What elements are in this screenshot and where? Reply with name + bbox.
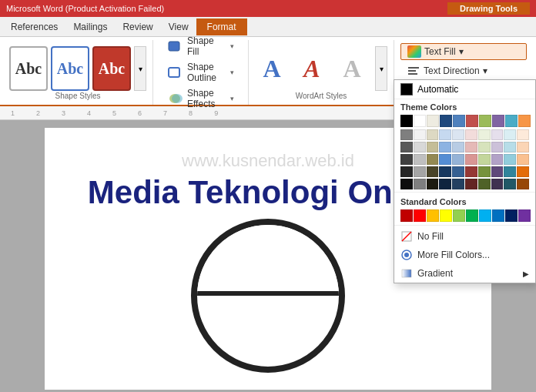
standard-color-cell[interactable] (414, 209, 426, 222)
menu-view[interactable]: View (161, 18, 196, 35)
shape-effects-icon (167, 92, 183, 105)
shade-color-cell[interactable] (478, 129, 491, 140)
shade-color-cell[interactable] (465, 129, 477, 140)
shade-color-cell[interactable] (400, 154, 413, 165)
shade-color-cell[interactable] (504, 142, 516, 152)
more-fill-colors-icon (400, 249, 413, 261)
standard-color-cell[interactable] (479, 209, 491, 222)
standard-color-cell[interactable] (400, 209, 413, 222)
shade-color-cell[interactable] (400, 179, 413, 189)
shade-color-cell[interactable] (414, 154, 426, 165)
shape-outline-btn[interactable]: Shape Outline ▾ (162, 60, 239, 85)
shade-color-cell[interactable] (478, 166, 491, 177)
shade-color-cell[interactable] (427, 166, 439, 177)
standard-color-cell[interactable] (466, 209, 478, 222)
shade-color-cell[interactable] (452, 142, 464, 152)
shade-color-cell[interactable] (478, 154, 491, 165)
shade-color-cell[interactable] (439, 166, 451, 177)
shade-color-cell[interactable] (427, 129, 439, 140)
shade-color-cell[interactable] (465, 154, 477, 165)
shade-color-cell[interactable] (517, 166, 529, 177)
shade-color-cell[interactable] (491, 179, 504, 189)
shape-styles-expand[interactable]: ▾ (134, 46, 146, 91)
shade-color-cell[interactable] (439, 179, 451, 189)
shade-color-cell[interactable] (491, 129, 504, 140)
automatic-color-box (400, 83, 413, 95)
shade-color-cell[interactable] (400, 142, 413, 152)
shade-color-cell[interactable] (491, 166, 504, 177)
shade-color-cell[interactable] (414, 142, 426, 152)
shape-btn-default[interactable]: Abc (9, 46, 48, 91)
shade-color-cell[interactable] (414, 129, 426, 140)
divider-1 (394, 192, 535, 193)
shape-fill-btn[interactable]: Shape Fill ▾ (162, 34, 239, 59)
theme-color-cell[interactable] (492, 115, 504, 127)
shade-color-cell[interactable] (504, 179, 516, 189)
shade-color-cell[interactable] (491, 142, 504, 152)
shade-color-cell[interactable] (465, 179, 477, 189)
menu-references[interactable]: References (3, 18, 65, 35)
shade-color-cell[interactable] (465, 142, 477, 152)
shade-color-cell[interactable] (517, 129, 529, 140)
theme-color-cell[interactable] (479, 115, 491, 127)
no-fill-item[interactable]: No Fill (394, 227, 535, 246)
theme-color-cell[interactable] (440, 115, 452, 127)
menu-bar: References Mailings Review View Format (0, 17, 536, 37)
shade-color-cell[interactable] (452, 166, 464, 177)
gradient-item[interactable]: Gradient ▶ (394, 264, 535, 283)
wordart-a-gray[interactable]: A (335, 55, 369, 83)
standard-color-cell[interactable] (505, 209, 518, 222)
standard-color-cell[interactable] (518, 209, 531, 222)
shade-color-cell[interactable] (452, 179, 464, 189)
shade-color-cell[interactable] (400, 129, 413, 140)
text-direction-btn[interactable]: Text Direction ▾ (400, 63, 527, 79)
shade-color-cell[interactable] (439, 129, 451, 140)
wordart-expand[interactable]: ▾ (375, 46, 387, 91)
wordart-a-blue[interactable]: A (255, 55, 289, 83)
theme-color-cell[interactable] (400, 115, 413, 127)
shade-color-cell[interactable] (427, 142, 439, 152)
standard-color-cell[interactable] (492, 209, 504, 222)
menu-mailings[interactable]: Mailings (65, 18, 115, 35)
shade-color-cell[interactable] (414, 179, 426, 189)
menu-format[interactable]: Format (196, 18, 247, 35)
shade-color-cell[interactable] (517, 142, 529, 152)
shade-color-cell[interactable] (504, 166, 516, 177)
standard-color-cell[interactable] (440, 209, 452, 222)
shade-color-cell[interactable] (478, 142, 491, 152)
shade-color-cell[interactable] (427, 179, 439, 189)
shade-color-cell[interactable] (478, 179, 491, 189)
theme-color-cell[interactable] (414, 115, 426, 127)
shade-color-cell[interactable] (452, 154, 464, 165)
shade-color-cell[interactable] (439, 142, 451, 152)
menu-review[interactable]: Review (115, 18, 160, 35)
shade-color-cell[interactable] (517, 154, 529, 165)
theme-color-cell[interactable] (427, 115, 439, 127)
automatic-label: Automatic (417, 84, 458, 95)
more-fill-colors-item[interactable]: More Fill Colors... (394, 246, 535, 264)
theme-color-cell[interactable] (466, 115, 478, 127)
shade-color-cell[interactable] (439, 154, 451, 165)
shade-color-cell[interactable] (452, 129, 464, 140)
shade-color-cell[interactable] (491, 154, 504, 165)
theme-color-cell[interactable] (518, 115, 531, 127)
theme-color-cell[interactable] (453, 115, 465, 127)
shade-color-cell[interactable] (504, 129, 516, 140)
shade-color-cell[interactable] (504, 154, 516, 165)
shape-btn-fill[interactable]: Abc (92, 46, 131, 91)
standard-color-cell[interactable] (453, 209, 465, 222)
shade-color-cell[interactable] (414, 166, 426, 177)
text-fill-btn[interactable]: Text Fill ▾ (400, 43, 527, 60)
wordart-a-red[interactable]: A (295, 55, 329, 83)
shade-color-cell[interactable] (400, 166, 413, 177)
dropdown-automatic-row[interactable]: Automatic (394, 80, 535, 99)
shade-color-cell[interactable] (465, 166, 477, 177)
shape-btn-outline[interactable]: Abc (51, 46, 89, 91)
theme-color-cell[interactable] (505, 115, 518, 127)
shade-color-cell[interactable] (517, 179, 529, 189)
svg-point-3 (172, 94, 183, 103)
shade-color-cell[interactable] (427, 154, 439, 165)
shape-effects-btn[interactable]: Shape Effects ▾ (162, 86, 239, 111)
standard-color-cell[interactable] (427, 209, 439, 222)
shape-fill-label: Shape Fill (187, 35, 226, 57)
